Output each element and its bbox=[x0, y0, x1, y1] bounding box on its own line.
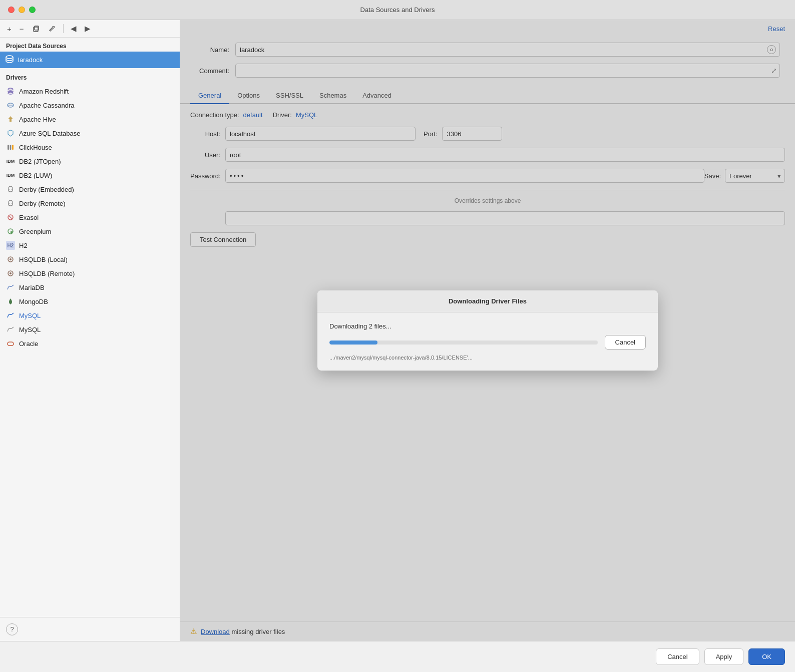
driver-label: Oracle bbox=[19, 340, 38, 348]
driver-label: HSQLDB (Remote) bbox=[19, 270, 75, 277]
svg-point-4 bbox=[8, 88, 13, 90]
maximize-button[interactable] bbox=[29, 7, 36, 13]
add-button[interactable]: + bbox=[5, 24, 14, 34]
driver-label: Greenplum bbox=[19, 228, 51, 235]
progress-bar-wrap bbox=[329, 341, 598, 345]
azure-sql-icon bbox=[6, 129, 15, 138]
svg-line-12 bbox=[9, 216, 12, 219]
derby-remote-icon bbox=[6, 199, 15, 208]
driver-label: H2 bbox=[19, 242, 28, 249]
driver-label: Exasol bbox=[19, 214, 39, 221]
help-button[interactable]: ? bbox=[6, 623, 18, 635]
mysql-icon bbox=[6, 325, 15, 334]
right-panel: Reset Name: ○ Comment: ⤢ bbox=[180, 20, 795, 641]
driver-derby-remote[interactable]: Derby (Remote) bbox=[0, 196, 180, 210]
drivers-section: Drivers Amazon Redshift Apache Cassandra… bbox=[0, 71, 180, 351]
right-panel-inner: Reset Name: ○ Comment: ⤢ bbox=[180, 20, 795, 641]
drivers-header: Drivers bbox=[0, 71, 180, 84]
driver-label: Derby (Remote) bbox=[19, 200, 65, 207]
driver-clickhouse[interactable]: ClickHouse bbox=[0, 140, 180, 154]
driver-label: MongoDB bbox=[19, 298, 48, 305]
datasource-label: laradock bbox=[18, 56, 43, 64]
apply-button[interactable]: Apply bbox=[704, 648, 744, 665]
hsqldb-local-icon bbox=[6, 255, 15, 264]
db2-luw-icon: IBM bbox=[6, 171, 15, 180]
driver-mariadb[interactable]: MariaDB bbox=[0, 280, 180, 294]
svg-point-2 bbox=[6, 56, 13, 59]
remove-button[interactable]: − bbox=[18, 24, 26, 34]
copy-icon bbox=[32, 25, 40, 33]
amazon-redshift-icon bbox=[6, 87, 15, 96]
driver-label: MySQL bbox=[19, 312, 41, 319]
laradock-icon bbox=[5, 55, 14, 64]
progress-row: Cancel bbox=[329, 335, 646, 350]
svg-rect-3 bbox=[8, 91, 14, 92]
driver-apache-cassandra[interactable]: Apache Cassandra bbox=[0, 98, 180, 112]
driver-oracle[interactable]: Oracle bbox=[0, 337, 180, 351]
modal-body: Downloading 2 files... Cancel .../maven2… bbox=[317, 312, 658, 371]
derby-embedded-icon bbox=[6, 185, 15, 194]
driver-apache-hive[interactable]: Apache Hive bbox=[0, 112, 180, 126]
driver-hsqldb-remote[interactable]: HSQLDB (Remote) bbox=[0, 266, 180, 280]
driver-label: DB2 (JTOpen) bbox=[19, 158, 61, 165]
modal-title: Downloading Driver Files bbox=[317, 290, 658, 312]
ok-button[interactable]: OK bbox=[748, 648, 785, 665]
download-file-path: .../maven2/mysql/mysql-connector-java/8.… bbox=[329, 355, 646, 361]
driver-label: Azure SQL Database bbox=[19, 130, 80, 137]
modal-overlay: Downloading Driver Files Downloading 2 f… bbox=[180, 20, 795, 641]
driver-label: HSQLDB (Local) bbox=[19, 256, 68, 263]
left-bottom-bar: ? bbox=[0, 617, 180, 641]
driver-mongodb[interactable]: MongoDB bbox=[0, 294, 180, 308]
svg-point-5 bbox=[8, 92, 13, 94]
project-data-sources-header: Project Data Sources bbox=[0, 38, 180, 52]
copy-button[interactable] bbox=[30, 24, 42, 34]
driver-azure-sql[interactable]: Azure SQL Database bbox=[0, 126, 180, 140]
close-button[interactable] bbox=[8, 7, 15, 13]
selected-datasource-item[interactable]: laradock bbox=[0, 52, 180, 68]
driver-h2[interactable]: H2 H2 bbox=[0, 238, 180, 252]
nav-forward-button[interactable]: ▶ bbox=[83, 23, 93, 34]
driver-exasol[interactable]: Exasol bbox=[0, 210, 180, 224]
mysql-highlighted-icon bbox=[6, 311, 15, 320]
minimize-button[interactable] bbox=[19, 7, 25, 13]
cancel-download-button[interactable]: Cancel bbox=[605, 335, 646, 350]
cancel-button[interactable]: Cancel bbox=[656, 648, 699, 665]
db2-jtopen-icon: IBM bbox=[6, 157, 15, 166]
svg-point-15 bbox=[10, 258, 12, 260]
driver-db2-luw[interactable]: IBM DB2 (LUW) bbox=[0, 168, 180, 182]
driver-greenplum[interactable]: Greenplum bbox=[0, 224, 180, 238]
mongodb-icon bbox=[6, 297, 15, 306]
driver-db2-jtopen[interactable]: IBM DB2 (JTOpen) bbox=[0, 154, 180, 168]
hsqldb-remote-icon bbox=[6, 269, 15, 278]
svg-rect-18 bbox=[8, 342, 14, 346]
driver-mysql[interactable]: MySQL bbox=[0, 322, 180, 337]
svg-rect-10 bbox=[12, 145, 14, 150]
window-title: Data Sources and Drivers bbox=[360, 6, 435, 14]
nav-back-button[interactable]: ◀ bbox=[69, 23, 79, 34]
driver-label: MariaDB bbox=[19, 284, 45, 291]
h2-icon: H2 bbox=[6, 241, 15, 250]
window-controls bbox=[8, 7, 36, 13]
svg-point-17 bbox=[10, 272, 12, 274]
driver-amazon-redshift[interactable]: Amazon Redshift bbox=[0, 84, 180, 98]
svg-rect-8 bbox=[8, 145, 9, 150]
left-toolbar: + − ◀ ▶ bbox=[0, 20, 180, 38]
driver-derby-embedded[interactable]: Derby (Embedded) bbox=[0, 182, 180, 196]
driver-label: Amazon Redshift bbox=[19, 88, 69, 95]
settings-button[interactable] bbox=[46, 24, 58, 34]
clickhouse-icon bbox=[6, 143, 15, 152]
oracle-icon bbox=[6, 339, 15, 348]
greenplum-icon bbox=[6, 227, 15, 236]
exasol-icon bbox=[6, 213, 15, 222]
driver-label: Apache Cassandra bbox=[19, 102, 75, 109]
driver-label: MySQL bbox=[19, 326, 41, 333]
datasource-icon bbox=[5, 55, 14, 65]
progress-bar-fill bbox=[329, 341, 377, 345]
wrench-icon bbox=[48, 25, 56, 33]
driver-hsqldb-local[interactable]: HSQLDB (Local) bbox=[0, 252, 180, 266]
driver-label: DB2 (LUW) bbox=[19, 172, 52, 179]
apache-hive-icon bbox=[6, 115, 15, 124]
driver-mysql-highlighted[interactable]: MySQL bbox=[0, 308, 180, 322]
left-panel: + − ◀ ▶ Project Data Sources laradock Dr… bbox=[0, 20, 180, 641]
toolbar-separator bbox=[63, 24, 64, 33]
